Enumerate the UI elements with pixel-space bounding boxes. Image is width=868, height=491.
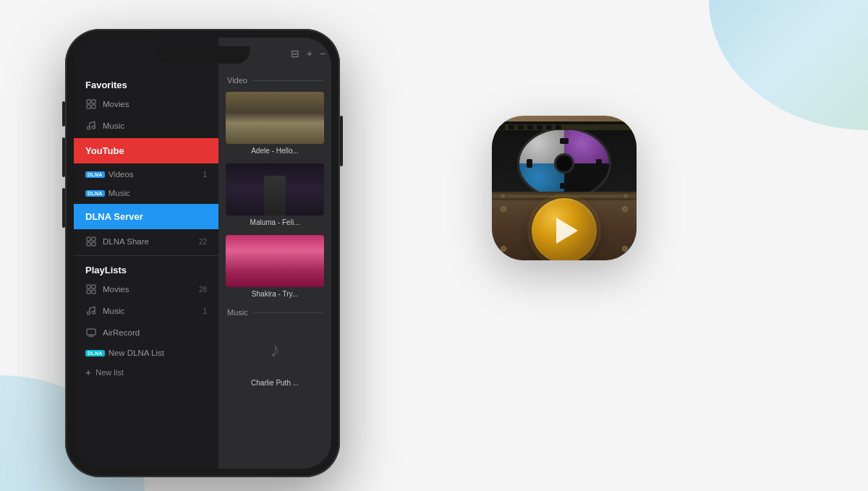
plus-icon-newlist: + <box>85 367 91 378</box>
dlna-badge-videos: DLNA <box>85 171 105 178</box>
sidebar-item-dlna-server[interactable]: DLNA Server <box>74 204 218 229</box>
svg-rect-10 <box>87 285 90 289</box>
svg-point-14 <box>88 312 90 315</box>
reel-area <box>492 121 637 197</box>
svg-rect-3 <box>92 105 95 108</box>
phone-mockup: ⊟ + − Favorites <box>65 29 340 477</box>
adele-visual <box>226 92 324 144</box>
pl-movies-label: Movies <box>103 285 129 294</box>
s6 <box>546 125 552 129</box>
maluma-title: Maluma - Feli... <box>226 218 324 226</box>
svg-rect-9 <box>92 242 95 246</box>
maluma-figure <box>264 176 286 215</box>
adele-title: Adele - Hello... <box>226 147 324 155</box>
sidebar-item-dlna-videos[interactable]: DLNA Videos 1 <box>74 165 218 184</box>
s3 <box>518 125 524 129</box>
rivet-br <box>622 246 628 252</box>
svg-rect-13 <box>92 290 95 294</box>
play-section <box>492 200 637 260</box>
sidebar-item-music[interactable]: Music <box>74 115 218 137</box>
video-section-header: Video <box>218 70 331 87</box>
video-thumb-shakira <box>226 235 324 287</box>
sidebar-item-new-list[interactable]: + New list <box>74 362 218 383</box>
video-item-shakira[interactable]: Shakira - Try... <box>218 231 331 302</box>
grid-icon-share <box>85 236 97 247</box>
dlna-share-count: 22 <box>199 238 207 246</box>
video-item-maluma[interactable]: Maluma - Feli... <box>218 159 331 231</box>
maluma-visual <box>226 163 324 215</box>
sidebar-item-pl-movies[interactable]: Movies 28 <box>74 278 218 300</box>
shakira-visual <box>226 235 324 287</box>
rivet-tl <box>501 206 506 212</box>
s1 <box>499 125 505 129</box>
svg-rect-16 <box>87 329 95 335</box>
rivet-bl <box>501 246 506 252</box>
sprocket-top <box>560 138 569 144</box>
bg-decoration-top-right <box>709 0 868 130</box>
new-list-label: New list <box>95 368 124 377</box>
phone-frame: ⊟ + − Favorites <box>65 29 340 477</box>
phone-screen: ⊟ + − Favorites <box>74 38 331 469</box>
phone-notch <box>156 46 250 64</box>
dlna-music-label: Music <box>109 189 130 197</box>
sprocket-strip-top <box>492 124 637 130</box>
dlna-videos-label: Videos <box>109 170 134 179</box>
dlna-videos-count: 1 <box>203 171 207 179</box>
svg-point-4 <box>88 127 90 129</box>
svg-rect-2 <box>87 105 90 108</box>
sidebar-item-movies[interactable]: Movies <box>74 93 218 115</box>
shakira-title: Shakira - Try... <box>226 290 324 298</box>
pl-movies-count: 28 <box>199 286 207 294</box>
sidebar-item-youtube[interactable]: YouTube <box>74 138 218 163</box>
youtube-label: YouTube <box>85 145 124 156</box>
divider <box>74 255 218 256</box>
airrecord-label: AirRecord <box>103 328 140 337</box>
sidebar-item-pl-music[interactable]: Music 1 <box>74 300 218 322</box>
sidebar-item-dlna-music[interactable]: DLNA Music <box>74 184 218 202</box>
sidebar-item-airrecord[interactable]: AirRecord <box>74 322 218 343</box>
new-dlna-list-label: New DLNA List <box>109 349 164 357</box>
dlna-badge-music: DLNA <box>85 190 105 197</box>
svg-rect-11 <box>92 285 95 289</box>
video-thumb-maluma <box>226 163 324 215</box>
music-item-charlie[interactable]: ♪ Charlie Puth ... <box>218 320 331 391</box>
s5 <box>537 125 542 129</box>
svg-point-5 <box>93 126 95 129</box>
svg-rect-1 <box>92 100 95 103</box>
app-icon-container <box>492 116 637 260</box>
svg-rect-7 <box>92 237 95 241</box>
reel-center-hole <box>554 153 574 174</box>
music-icon-pl <box>85 305 97 317</box>
sprocket-left <box>527 159 532 168</box>
d-line <box>509 196 619 197</box>
rivet-tr <box>622 206 628 212</box>
play-button[interactable] <box>532 198 597 261</box>
movies-label: Movies <box>103 100 129 108</box>
favorites-header: Favorites <box>74 74 218 93</box>
sidebar-item-dlna-share[interactable]: DLNA Share 22 <box>74 231 218 252</box>
grid-icon-pl <box>85 283 97 295</box>
s7 <box>556 125 561 129</box>
reel-circle <box>517 127 611 197</box>
app-icon <box>492 116 637 260</box>
play-triangle <box>556 218 578 244</box>
sidebar-item-new-dlna-list[interactable]: DLNA New DLNA List <box>74 343 218 362</box>
music-section-header: Music <box>218 302 331 320</box>
grid-icon <box>85 98 97 110</box>
pl-music-count: 1 <box>203 307 207 315</box>
sidebar: ⊟ + − Favorites <box>74 38 218 469</box>
svg-rect-6 <box>87 237 90 241</box>
screen-icon <box>85 327 97 338</box>
pl-music-label: Music <box>103 307 124 315</box>
d1 <box>501 194 505 198</box>
sprocket-bottom <box>560 183 569 189</box>
content-panel: Video Adele - Hello... Maluma - Fel <box>218 38 331 469</box>
video-thumb-adele <box>226 92 324 144</box>
svg-point-15 <box>93 311 95 314</box>
playlists-header: PlayLists <box>74 259 218 278</box>
music-note-icon: ♪ <box>270 338 280 362</box>
music-label: Music <box>103 121 124 130</box>
video-item-adele[interactable]: Adele - Hello... <box>218 87 331 159</box>
s4 <box>527 125 533 129</box>
svg-rect-12 <box>87 290 90 294</box>
